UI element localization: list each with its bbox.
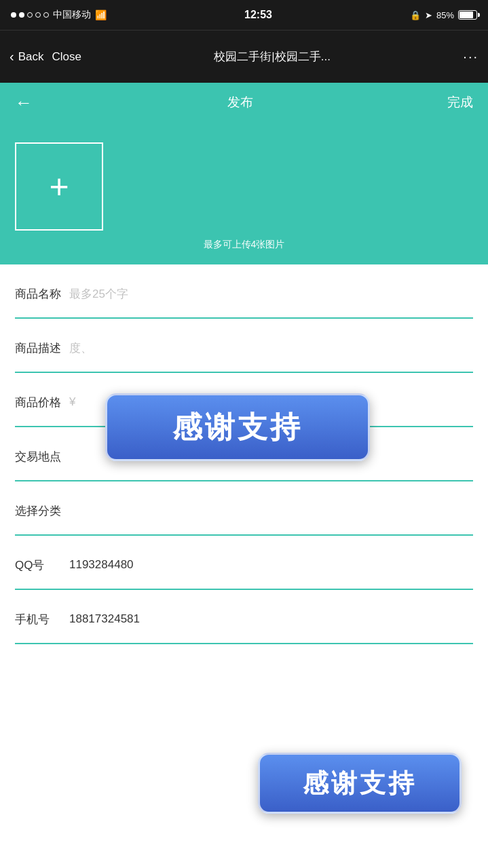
category-label: 选择分类 bbox=[15, 503, 69, 519]
thanks-label-2: 感谢支持 bbox=[303, 766, 417, 801]
battery-icon bbox=[458, 10, 477, 20]
battery-percent: 85% bbox=[436, 10, 454, 20]
location-icon: ➤ bbox=[425, 10, 432, 20]
product-desc-label: 商品描述 bbox=[15, 340, 69, 356]
back-label[interactable]: Back bbox=[18, 50, 44, 64]
product-price-label: 商品价格 bbox=[15, 395, 69, 410]
dot-5 bbox=[43, 12, 49, 18]
divider-7 bbox=[15, 643, 473, 644]
page-wrapper: 中国移动 📶 12:53 🔒 ➤ 85% ‹ Back Close 校园二手街|… bbox=[0, 0, 488, 644]
thanks-overlay-1[interactable]: 感谢支持 bbox=[105, 393, 370, 461]
dot-4 bbox=[35, 12, 41, 18]
status-right: 🔒 ➤ 85% bbox=[410, 10, 477, 20]
upload-hint: 最多可上传4张图片 bbox=[15, 239, 473, 251]
category-row: 选择分类 bbox=[0, 481, 488, 525]
battery-fill bbox=[459, 12, 473, 18]
plus-icon: + bbox=[49, 167, 69, 206]
nav-title: 校园二手街|校园二手... bbox=[88, 49, 456, 64]
back-close-group[interactable]: ‹ Back Close bbox=[10, 49, 81, 64]
status-left: 中国移动 📶 bbox=[11, 9, 107, 21]
action-back-button[interactable]: ← bbox=[15, 92, 33, 113]
signal-dots bbox=[11, 12, 49, 18]
action-title: 发布 bbox=[227, 94, 253, 111]
action-bar: ← 发布 完成 bbox=[0, 83, 488, 122]
time-display: 12:53 bbox=[244, 9, 272, 21]
chevron-left-icon: ‹ bbox=[10, 49, 14, 64]
phone-row: 手机号 18817324581 bbox=[0, 590, 488, 633]
dot-3 bbox=[27, 12, 33, 18]
thanks-label-1: 感谢支持 bbox=[172, 408, 303, 448]
qq-row: QQ号 1193284480 bbox=[0, 536, 488, 579]
qq-input[interactable]: 1193284480 bbox=[69, 558, 473, 572]
done-button[interactable]: 完成 bbox=[447, 94, 473, 111]
qq-label: QQ号 bbox=[15, 557, 69, 573]
phone-label: 手机号 bbox=[15, 612, 69, 627]
upload-area: + 最多可上传4张图片 bbox=[0, 122, 488, 264]
product-name-row: 商品名称 最多25个字 bbox=[0, 264, 488, 308]
lock-icon: 🔒 bbox=[410, 10, 421, 20]
phone-input[interactable]: 18817324581 bbox=[69, 612, 473, 626]
product-desc-row: 商品描述 度、 bbox=[0, 319, 488, 362]
status-bar: 中国移动 📶 12:53 🔒 ➤ 85% bbox=[0, 0, 488, 30]
upload-box[interactable]: + bbox=[15, 142, 103, 231]
nav-bar: ‹ Back Close 校园二手街|校园二手... ··· bbox=[0, 30, 488, 83]
trade-location-label: 交易地点 bbox=[15, 449, 69, 465]
dot-1 bbox=[11, 12, 16, 18]
thanks-overlay-2[interactable]: 感谢支持 bbox=[258, 753, 462, 814]
dot-2 bbox=[19, 12, 24, 18]
product-name-input[interactable]: 最多25个字 bbox=[69, 286, 473, 302]
more-button[interactable]: ··· bbox=[463, 49, 478, 64]
carrier-label: 中国移动 bbox=[53, 9, 91, 21]
product-name-label: 商品名称 bbox=[15, 286, 69, 302]
product-desc-input[interactable]: 度、 bbox=[69, 340, 473, 356]
close-label[interactable]: Close bbox=[52, 50, 81, 64]
wifi-icon: 📶 bbox=[95, 9, 107, 20]
